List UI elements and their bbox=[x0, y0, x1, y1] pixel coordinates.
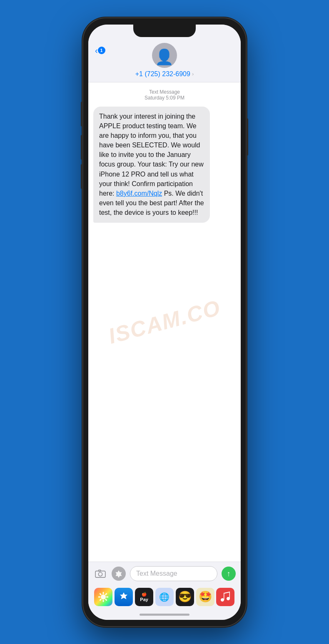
avatar: 👤 bbox=[152, 43, 177, 68]
svg-rect-12 bbox=[224, 593, 224, 600]
input-bar: Text Message ↑ bbox=[88, 562, 241, 584]
message-bubble: Thank your interest in joining the APPLE… bbox=[93, 107, 210, 223]
photos-icon bbox=[97, 591, 110, 603]
back-button[interactable]: ‹ 1 bbox=[95, 46, 105, 55]
svg-rect-2 bbox=[98, 569, 101, 571]
app-dock: 🍎 Pay 🌐 😎 🤩 bbox=[88, 584, 241, 611]
message-type-label: Text Message bbox=[93, 89, 236, 95]
notch bbox=[133, 25, 196, 37]
svg-line-10 bbox=[105, 593, 107, 595]
svg-point-1 bbox=[98, 572, 102, 576]
appstore-dock-icon bbox=[118, 591, 130, 603]
person-icon: 👤 bbox=[155, 50, 174, 65]
camera-icon bbox=[95, 569, 106, 578]
messages-area: ISCAM.CO Text Message Saturday 5:09 PM T… bbox=[88, 82, 241, 562]
contact-phone-number[interactable]: +1 (725) 232-6909 › bbox=[135, 70, 194, 78]
message-time-label: Saturday 5:09 PM bbox=[93, 95, 236, 101]
message-link[interactable]: b8y6f.com/Nqlz bbox=[116, 190, 162, 197]
svg-line-9 bbox=[105, 599, 107, 601]
dock-item-photos[interactable] bbox=[94, 588, 112, 606]
dock-item-emoji2[interactable]: 🤩 bbox=[196, 588, 214, 606]
home-indicator-area bbox=[88, 611, 241, 620]
input-placeholder: Text Message bbox=[136, 570, 177, 577]
phone-device: ‹ 1 👤 +1 (725) 232-6909 › ISCAM.CO Text … bbox=[83, 18, 246, 626]
dock-item-applepay[interactable]: 🍎 Pay bbox=[135, 588, 153, 606]
home-indicator-bar bbox=[140, 614, 189, 616]
message-timestamp: Text Message Saturday 5:09 PM bbox=[93, 89, 236, 101]
dock-item-browser[interactable]: 🌐 bbox=[155, 588, 174, 606]
contact-avatar-container: 👤 +1 (725) 232-6909 › bbox=[135, 43, 194, 78]
svg-line-8 bbox=[100, 593, 102, 595]
music-icon bbox=[221, 592, 230, 602]
svg-rect-0 bbox=[95, 571, 105, 577]
chevron-right-icon: › bbox=[192, 71, 194, 77]
dock-item-appstore[interactable] bbox=[115, 588, 133, 606]
message-body-text: Thank your interest in joining the APPLE… bbox=[99, 113, 204, 197]
apps-button[interactable] bbox=[112, 567, 126, 581]
send-arrow-icon: ↑ bbox=[227, 570, 231, 577]
text-message-input[interactable]: Text Message bbox=[130, 566, 217, 581]
svg-point-3 bbox=[101, 594, 106, 599]
svg-marker-14 bbox=[224, 592, 230, 594]
back-badge: 1 bbox=[98, 47, 105, 54]
watermark: ISCAM.CO bbox=[106, 295, 223, 348]
svg-line-11 bbox=[100, 599, 102, 601]
phone-screen: ‹ 1 👤 +1 (725) 232-6909 › ISCAM.CO Text … bbox=[88, 25, 241, 620]
svg-rect-13 bbox=[229, 592, 230, 599]
appstore-icon bbox=[114, 569, 123, 578]
send-button[interactable]: ↑ bbox=[222, 567, 236, 581]
camera-button[interactable] bbox=[93, 567, 107, 581]
back-chevron-icon: ‹ bbox=[95, 46, 98, 55]
dock-item-emoji1[interactable]: 😎 bbox=[176, 588, 194, 606]
dock-item-music[interactable] bbox=[216, 588, 234, 606]
